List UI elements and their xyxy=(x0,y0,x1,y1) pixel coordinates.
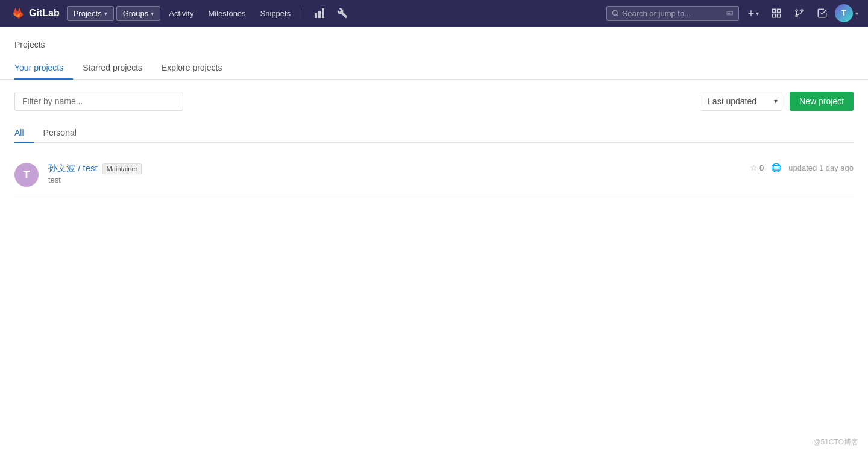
plus-icon xyxy=(746,8,756,18)
projects-nav-btn[interactable]: Projects ▾ xyxy=(67,6,114,21)
watermark: @51CTO博客 xyxy=(813,437,858,447)
filter-row: Last updated Name Last created Oldest cr… xyxy=(14,92,854,111)
project-description: test xyxy=(48,175,750,184)
issues-icon-btn[interactable] xyxy=(766,5,787,21)
star-count: ☆ 0 xyxy=(750,163,764,172)
content-area: Last updated Name Last created Oldest cr… xyxy=(0,80,868,209)
main-tabs: Your projects Starred projects Explore p… xyxy=(14,57,854,79)
projects-chevron-icon: ▾ xyxy=(104,10,107,17)
new-project-btn[interactable]: New project xyxy=(790,92,854,111)
groups-nav-label: Groups xyxy=(123,9,149,18)
search-input[interactable] xyxy=(623,9,723,18)
navbar: GitLab Projects ▾ Groups ▾ Activity Mile… xyxy=(0,0,868,27)
tab-explore-projects[interactable]: Explore projects xyxy=(152,57,231,80)
svg-rect-2 xyxy=(322,8,324,18)
sub-tab-all[interactable]: All xyxy=(14,123,34,143)
table-row: T 孙文波 / test Maintainer test ☆ 0 🌐 updat… xyxy=(14,153,854,197)
breadcrumb: Projects xyxy=(14,34,854,57)
svg-rect-0 xyxy=(315,13,317,18)
svg-point-3 xyxy=(612,11,617,16)
nav-divider xyxy=(303,7,303,19)
project-info: 孙文波 / test Maintainer test xyxy=(48,163,750,184)
merge-requests-icon-btn[interactable] xyxy=(789,5,810,21)
activity-nav-link[interactable]: Activity xyxy=(163,7,200,20)
milestones-nav-link[interactable]: Milestones xyxy=(202,7,251,20)
new-item-chevron-icon: ▾ xyxy=(756,10,759,17)
groups-chevron-icon: ▾ xyxy=(151,10,154,17)
user-menu-chevron-icon: ▾ xyxy=(855,10,858,17)
svg-line-4 xyxy=(617,14,618,16)
search-icon xyxy=(612,9,619,17)
globe-icon: 🌐 xyxy=(771,163,781,172)
todo-icon-btn[interactable] xyxy=(812,5,832,21)
project-meta: ☆ 0 🌐 updated 1 day ago xyxy=(750,163,854,172)
star-icon: ☆ xyxy=(750,163,758,172)
gitlab-fox-icon xyxy=(10,5,25,21)
search-box[interactable] xyxy=(606,6,739,21)
avatar: T xyxy=(14,163,39,187)
svg-point-10 xyxy=(796,10,797,11)
merge-request-icon xyxy=(794,8,805,19)
filter-input[interactable] xyxy=(14,92,183,111)
sort-select[interactable]: Last updated Name Last created Oldest cr… xyxy=(700,92,782,111)
sub-tabs: All Personal xyxy=(14,123,854,143)
svg-rect-1 xyxy=(318,11,321,18)
navbar-right: ▾ T ▾ xyxy=(606,4,858,22)
user-avatar-btn[interactable]: T xyxy=(835,4,853,22)
svg-rect-6 xyxy=(772,9,775,12)
keyboard-shortcut-icon xyxy=(726,9,734,17)
sub-tab-personal[interactable]: Personal xyxy=(34,123,86,143)
gitlab-logo[interactable]: GitLab xyxy=(10,5,60,21)
tab-starred-projects[interactable]: Starred projects xyxy=(73,57,152,80)
page-header: Projects Your projects Starred projects … xyxy=(0,27,868,80)
new-item-btn[interactable]: ▾ xyxy=(741,6,764,20)
issues-icon xyxy=(771,8,782,19)
project-role-badge: Maintainer xyxy=(102,163,142,174)
star-number: 0 xyxy=(760,163,764,172)
svg-point-12 xyxy=(801,10,803,11)
snippets-nav-link[interactable]: Snippets xyxy=(254,7,297,20)
wrench-icon xyxy=(337,8,348,19)
projects-nav-label: Projects xyxy=(74,9,102,18)
groups-nav-btn[interactable]: Groups ▾ xyxy=(116,6,161,21)
project-name-row: 孙文波 / test Maintainer xyxy=(48,163,750,174)
sort-wrapper: Last updated Name Last created Oldest cr… xyxy=(700,92,782,111)
stats-icon-btn[interactable] xyxy=(309,5,330,21)
project-list: T 孙文波 / test Maintainer test ☆ 0 🌐 updat… xyxy=(14,153,854,197)
gitlab-logo-text: GitLab xyxy=(29,8,60,19)
svg-rect-7 xyxy=(778,9,781,12)
project-name-link[interactable]: 孙文波 / test xyxy=(48,163,98,174)
svg-rect-9 xyxy=(772,14,775,17)
bar-chart-icon xyxy=(314,8,325,19)
wrench-icon-btn[interactable] xyxy=(332,5,353,21)
svg-rect-8 xyxy=(778,14,781,17)
todo-icon xyxy=(817,8,828,19)
tab-your-projects[interactable]: Your projects xyxy=(14,57,73,80)
updated-text: updated 1 day ago xyxy=(788,163,854,172)
page-wrapper: Projects Your projects Starred projects … xyxy=(0,27,868,457)
